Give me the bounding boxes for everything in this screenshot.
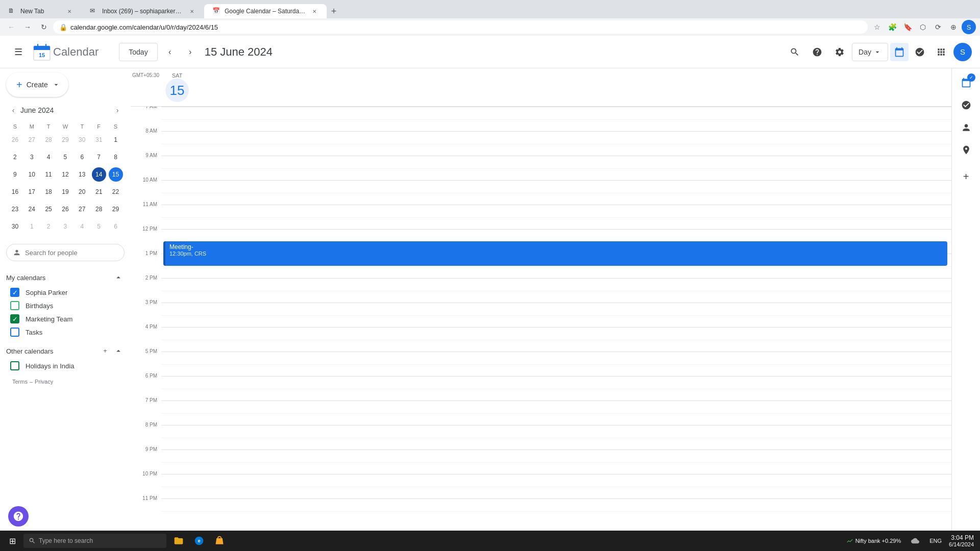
side-panel-add-button[interactable]: + <box>956 166 976 187</box>
mini-cal-day[interactable]: 12 <box>58 166 74 183</box>
tab-calendar[interactable]: 📅 Google Calendar – Saturday, 15... ✕ <box>204 4 327 18</box>
terms-link[interactable]: Terms <box>12 379 28 385</box>
extension-icon5[interactable]: ⊕ <box>946 20 961 34</box>
mini-cal-day[interactable]: 24 <box>24 201 40 217</box>
mini-cal-day[interactable]: 18 <box>41 184 57 200</box>
mini-cal-day[interactable]: 16 <box>7 184 23 200</box>
system-icons[interactable]: ENG <box>926 537 945 545</box>
search-people-field[interactable]: Search for people <box>6 244 125 261</box>
mini-cal-day[interactable]: 10 <box>24 166 40 183</box>
side-panel-people-icon[interactable] <box>956 117 976 138</box>
calendar-view-icon[interactable] <box>890 43 909 61</box>
event-meeting[interactable]: Meeting-12:30pm, CRS <box>163 241 947 266</box>
calendar-item-sophia[interactable]: ✓ Sophia Parker <box>6 286 125 299</box>
tab-close-newtab[interactable]: ✕ <box>65 7 74 15</box>
mini-cal-day[interactable]: 3 <box>58 218 74 235</box>
prev-day-button[interactable]: ‹ <box>162 44 178 60</box>
mini-cal-day[interactable]: 21 <box>91 184 107 200</box>
mini-cal-day[interactable]: 9 <box>7 166 23 183</box>
start-button[interactable]: ⊞ <box>2 532 22 550</box>
mini-cal-day[interactable]: 28 <box>41 132 57 148</box>
mini-cal-day[interactable]: 15 <box>108 166 124 183</box>
taskbar-search[interactable]: Type here to search <box>23 534 166 548</box>
mini-cal-day[interactable]: 29 <box>108 201 124 217</box>
view-selector[interactable]: Day <box>852 43 888 61</box>
calendar-item-holidays[interactable]: Holidays in India <box>6 359 125 372</box>
browser-profile[interactable]: S <box>962 20 976 34</box>
side-panel-calendar-icon[interactable]: ✓ <box>956 72 976 93</box>
mini-cal-day[interactable]: 1 <box>24 218 40 235</box>
help-button[interactable] <box>807 42 827 62</box>
mini-cal-day[interactable]: 27 <box>74 201 90 217</box>
mini-cal-day[interactable]: 8 <box>108 149 124 165</box>
other-cal-add-icon[interactable]: + <box>99 345 111 357</box>
mini-cal-day[interactable]: 23 <box>7 201 23 217</box>
tab-gmail[interactable]: ✉ Inbox (269) – sophiaparker14o... ✕ <box>82 4 204 18</box>
tab-newtab[interactable]: 🗎 New Tab ✕ <box>0 4 82 18</box>
mini-cal-day[interactable]: 6 <box>108 218 124 235</box>
mini-cal-day[interactable]: 26 <box>7 132 23 148</box>
side-panel-tasks-icon[interactable] <box>956 95 976 115</box>
other-cal-collapse-icon[interactable] <box>112 345 125 357</box>
mini-cal-next[interactable]: › <box>110 103 125 117</box>
taskbar-store-icon[interactable] <box>210 532 229 550</box>
tasks-icon-btn[interactable] <box>911 43 929 61</box>
mini-cal-day[interactable]: 11 <box>41 166 57 183</box>
new-tab-button[interactable]: + <box>327 4 341 18</box>
my-calendars-add-icon[interactable] <box>112 271 125 284</box>
notification-bubble[interactable] <box>8 506 29 527</box>
my-calendars-header[interactable]: My calendars <box>6 269 125 286</box>
taskbar-edge-icon[interactable]: e <box>190 532 208 550</box>
mini-cal-day[interactable]: 6 <box>74 149 90 165</box>
mini-cal-day[interactable]: 3 <box>24 149 40 165</box>
holidays-checkbox[interactable] <box>10 361 19 370</box>
extension-icon4[interactable]: ⟳ <box>931 20 945 34</box>
mini-cal-day[interactable]: 14 <box>91 166 107 183</box>
mini-cal-day[interactable]: 2 <box>41 218 57 235</box>
sophia-checkbox[interactable]: ✓ <box>10 288 19 297</box>
mini-cal-day[interactable]: 5 <box>91 218 107 235</box>
mini-cal-day[interactable]: 4 <box>41 149 57 165</box>
mini-cal-day[interactable]: 1 <box>108 132 124 148</box>
calendar-item-marketing[interactable]: ✓ Marketing Team <box>6 312 125 325</box>
tab-close-gmail[interactable]: ✕ <box>188 7 196 15</box>
extension-icon3[interactable]: ⬡ <box>916 20 930 34</box>
mini-cal-day[interactable]: 30 <box>74 132 90 148</box>
app-logo[interactable]: 15 Calendar <box>33 43 99 61</box>
mini-cal-day[interactable]: 20 <box>74 184 90 200</box>
nifty-bank-indicator[interactable]: Nifty bank +0.29% <box>843 536 904 545</box>
mini-cal-day[interactable]: 5 <box>58 149 74 165</box>
mini-cal-day[interactable]: 19 <box>58 184 74 200</box>
settings-button[interactable] <box>829 42 850 62</box>
birthdays-checkbox[interactable] <box>10 301 19 310</box>
side-panel-maps-icon[interactable] <box>956 140 976 160</box>
extension-icon1[interactable]: 🧩 <box>885 20 899 34</box>
google-apps-button[interactable] <box>931 42 951 62</box>
mini-cal-day[interactable]: 26 <box>58 201 74 217</box>
taskbar-files-icon[interactable] <box>169 532 188 550</box>
mini-cal-day[interactable]: 28 <box>91 201 107 217</box>
tab-close-calendar[interactable]: ✕ <box>310 7 318 15</box>
mini-cal-day[interactable]: 13 <box>74 166 90 183</box>
calendar-item-tasks[interactable]: Tasks <box>6 325 125 339</box>
mini-cal-day[interactable]: 29 <box>58 132 74 148</box>
back-button[interactable]: ← <box>4 20 18 34</box>
tasks-checkbox[interactable] <box>10 328 19 337</box>
forward-button[interactable]: → <box>20 20 35 34</box>
today-button[interactable]: Today <box>119 43 157 61</box>
weather-indicator[interactable] <box>908 536 922 546</box>
calendar-item-birthdays[interactable]: Birthdays <box>6 299 125 312</box>
address-bar[interactable]: 🔒 calendar.google.com/calendar/u/0/r/day… <box>53 20 868 34</box>
mini-cal-prev[interactable]: ‹ <box>6 103 20 117</box>
mini-cal-day[interactable]: 7 <box>91 149 107 165</box>
mini-cal-day[interactable]: 2 <box>7 149 23 165</box>
mini-cal-day[interactable]: 25 <box>41 201 57 217</box>
user-avatar[interactable]: S <box>953 43 972 61</box>
privacy-link[interactable]: Privacy <box>35 379 53 385</box>
create-button[interactable]: + Create <box>6 72 68 97</box>
search-button[interactable] <box>785 42 805 62</box>
bookmark-star-icon[interactable]: ☆ <box>870 20 884 34</box>
mini-cal-day[interactable]: 17 <box>24 184 40 200</box>
extension-icon2[interactable]: 🔖 <box>900 20 915 34</box>
marketing-checkbox[interactable]: ✓ <box>10 314 19 323</box>
